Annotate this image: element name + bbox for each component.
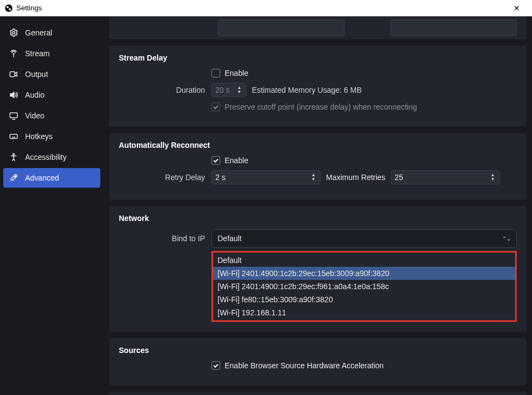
spin-buttons[interactable]: ▲▼ — [236, 86, 243, 94]
sidebar: General Stream Output Audio Video Hotkey… — [0, 16, 104, 395]
svg-rect-9 — [10, 134, 17, 139]
dropdown-option[interactable]: [Wi-Fi] 192.168.1.11 — [213, 306, 515, 319]
window-title: Settings — [16, 4, 42, 12]
sidebar-item-label: Advanced — [25, 173, 59, 182]
memory-hint: Estimated Memory Usage: 6 MB — [252, 86, 362, 94]
sidebar-item-label: Video — [25, 111, 45, 120]
panel-title: Sources — [119, 346, 517, 355]
sidebar-item-hotkeys[interactable]: Hotkeys — [3, 127, 100, 146]
bind-ip-dropdown[interactable]: Default ⌃⌄ — [211, 229, 517, 248]
panel-cutoff — [109, 392, 527, 395]
checkbox-icon — [211, 69, 220, 77]
dropdown-option[interactable]: [Wi-Fi] 2401:4900:1c2b:29ec:f961:a0a4:1e… — [213, 280, 515, 293]
panel-stream-delay: Stream Delay Enable Duration 20 s ▲▼ — [109, 46, 527, 127]
svg-point-2 — [9, 8, 11, 10]
svg-point-0 — [5, 4, 12, 11]
chevron-down-icon: ▼ — [489, 177, 496, 182]
preserve-cutoff-checkbox[interactable]: Preserve cutoff point (increase delay) w… — [211, 103, 417, 111]
bind-ip-dropdown-list: Default [Wi-Fi] 2401:4900:1c2b:29ec:15eb… — [211, 251, 517, 322]
gear-icon — [9, 28, 19, 38]
duration-label: Duration — [119, 86, 211, 94]
sidebar-item-label: Accessibility — [25, 153, 66, 161]
accessibility-icon — [9, 152, 19, 162]
sidebar-item-stream[interactable]: Stream — [3, 44, 100, 63]
sidebar-item-output[interactable]: Output — [3, 64, 100, 84]
panel-auto-reconnect: Automatically Reconnect Enable Retry Del… — [109, 133, 527, 200]
output-icon — [9, 69, 19, 79]
checkbox-label: Preserve cutoff point (increase delay) w… — [225, 103, 417, 111]
sidebar-item-label: Hotkeys — [25, 132, 53, 141]
sidebar-item-label: General — [25, 28, 52, 37]
sidebar-item-label: Output — [25, 70, 48, 79]
chevron-updown-icon: ⌃⌄ — [502, 236, 511, 242]
content-area: Stream Delay Enable Duration 20 s ▲▼ — [104, 16, 532, 395]
panel-network: Network Bind to IP Default ⌃⌄ Default [W… — [109, 206, 527, 332]
checkbox-label: Enable Browser Source Hardware Accelerat… — [225, 361, 384, 370]
tools-icon — [9, 173, 19, 183]
dropdown-option[interactable]: [Wi-Fi] 2401:4900:1c2b:29ec:15eb:3009:a9… — [213, 267, 515, 280]
spin-buttons[interactable]: ▲▼ — [489, 173, 496, 182]
sidebar-item-audio[interactable]: Audio — [3, 85, 100, 105]
browser-hw-accel-checkbox[interactable]: Enable Browser Source Hardware Accelerat… — [211, 361, 384, 370]
bind-ip-label: Bind to IP — [119, 234, 211, 243]
spin-buttons[interactable]: ▲▼ — [310, 173, 317, 182]
sidebar-item-label: Stream — [25, 49, 50, 58]
chevron-down-icon: ▼ — [310, 177, 317, 182]
dropdown-option[interactable]: [Wi-Fi] fe80::15eb:3009:a90f:3820 — [213, 293, 515, 306]
max-retries-spinbox[interactable]: 25 ▲▼ — [391, 170, 500, 184]
duration-spinbox[interactable]: 20 s ▲▼ — [211, 83, 246, 97]
sidebar-item-advanced[interactable]: Advanced — [3, 168, 100, 188]
svg-point-3 — [13, 32, 15, 34]
checkbox-label: Enable — [225, 69, 249, 77]
top-input-2[interactable] — [390, 20, 517, 36]
svg-rect-7 — [10, 113, 17, 118]
panel-title: Stream Delay — [119, 53, 517, 62]
antenna-icon — [9, 49, 19, 58]
stream-delay-enable-checkbox[interactable]: Enable — [211, 69, 249, 77]
speaker-icon — [9, 90, 19, 100]
sidebar-item-label: Audio — [25, 91, 45, 99]
checkbox-icon — [211, 156, 220, 165]
auto-reconnect-enable-checkbox[interactable]: Enable — [211, 156, 249, 165]
panel-sources: Sources Enable Browser Source Hardware A… — [109, 338, 527, 385]
monitor-icon — [9, 111, 19, 121]
sidebar-item-general[interactable]: General — [3, 23, 100, 43]
spinbox-value: 20 s — [215, 86, 234, 94]
checkbox-icon — [211, 103, 220, 111]
panel-title: Automatically Reconnect — [119, 141, 517, 149]
checkbox-icon — [211, 361, 220, 370]
retry-delay-label: Retry Delay — [119, 173, 211, 182]
close-button[interactable]: ✕ — [506, 4, 528, 13]
titlebar: Settings ✕ — [0, 0, 532, 16]
checkbox-label: Enable — [225, 156, 249, 165]
retry-delay-spinbox[interactable]: 2 s ▲▼ — [211, 170, 321, 184]
sidebar-item-video[interactable]: Video — [3, 106, 100, 125]
replay-input[interactable] — [218, 20, 344, 36]
svg-point-14 — [13, 153, 15, 155]
spinbox-value: 2 s — [215, 173, 308, 182]
spinbox-value: 25 — [395, 173, 487, 182]
dropdown-value: Default — [217, 234, 502, 243]
panel-title: Network — [119, 214, 517, 223]
svg-point-1 — [7, 6, 9, 8]
chevron-down-icon: ▼ — [236, 90, 243, 94]
svg-point-15 — [15, 175, 17, 177]
keyboard-icon — [9, 131, 19, 141]
app-icon — [4, 4, 13, 13]
max-retries-label: Maximum Retries — [326, 173, 385, 182]
svg-rect-6 — [10, 72, 15, 77]
dropdown-option[interactable]: Default — [213, 254, 515, 267]
sidebar-item-accessibility[interactable]: Accessibility — [3, 147, 100, 167]
